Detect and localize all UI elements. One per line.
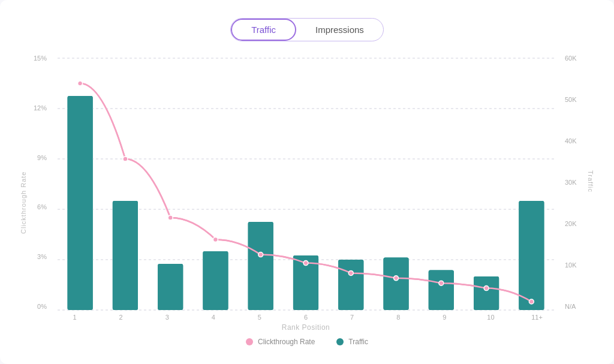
y-axis-right: 60K50K40K30K20K10KN/A xyxy=(560,52,585,332)
y-tick-right: N/A xyxy=(565,303,576,310)
bar[interactable] xyxy=(474,276,499,310)
bar[interactable] xyxy=(338,260,363,310)
ctr-dot xyxy=(348,270,353,275)
x-tick: 11+ xyxy=(514,314,560,321)
x-tick: 8 xyxy=(375,314,422,321)
legend-dot-ctr xyxy=(246,338,253,345)
chart-inner: 1234567891011+ Rank Position xyxy=(52,52,560,332)
bar[interactable] xyxy=(383,258,408,311)
y-tick-left: 3% xyxy=(37,253,47,260)
y-tick-right: 10K xyxy=(565,261,577,269)
x-tick: 2 xyxy=(98,314,144,321)
bar[interactable] xyxy=(113,201,138,310)
bar[interactable] xyxy=(158,264,183,310)
ctr-dot xyxy=(168,215,173,220)
chart-area: Clickthrough Rate 15%12%9%6%3%0% 1234567… xyxy=(18,52,596,332)
bar[interactable] xyxy=(203,251,228,310)
legend-traffic: Traffic xyxy=(336,338,368,346)
legend: Clickthrough Rate Traffic xyxy=(246,338,368,346)
x-tick: 10 xyxy=(468,314,514,321)
x-tick: 9 xyxy=(422,314,468,321)
legend-dot-traffic xyxy=(336,338,344,345)
ctr-dot xyxy=(213,237,218,242)
legend-ctr-label: Clickthrough Rate xyxy=(258,338,315,346)
y-tick-left: 6% xyxy=(37,203,47,210)
ctr-dot xyxy=(529,299,534,304)
grid-bars xyxy=(52,52,560,311)
x-axis: 1234567891011+ Rank Position xyxy=(52,311,560,332)
y-tick-right: 20K xyxy=(565,220,577,227)
y-tick-right: 30K xyxy=(565,179,577,186)
bar[interactable] xyxy=(519,201,544,310)
legend-ctr: Clickthrough Rate xyxy=(246,338,315,346)
x-tick: 7 xyxy=(329,314,375,321)
tab-group: Traffic Impressions xyxy=(230,18,384,41)
ctr-dot xyxy=(439,281,444,285)
x-tick: 6 xyxy=(282,314,329,321)
y-tick-right: 40K xyxy=(565,137,577,145)
y-tick-left: 15% xyxy=(34,55,47,62)
bar[interactable] xyxy=(248,222,273,310)
main-container: Traffic Impressions Clickthrough Rate 15… xyxy=(0,0,614,364)
x-labels: 1234567891011+ xyxy=(52,314,560,321)
ctr-dot xyxy=(258,252,263,257)
tab-impressions[interactable]: Impressions xyxy=(296,19,383,41)
ctr-dot xyxy=(123,157,128,161)
ctr-dot xyxy=(484,286,489,291)
tab-traffic[interactable]: Traffic xyxy=(231,19,296,41)
y-tick-left: 12% xyxy=(34,104,47,112)
bar[interactable] xyxy=(429,270,454,311)
y-tick-left: 0% xyxy=(37,303,47,310)
y-axis-right-label: Traffic xyxy=(585,52,596,332)
y-tick-right: 50K xyxy=(565,96,577,103)
chart-svg xyxy=(52,52,560,311)
x-tick: 4 xyxy=(190,314,236,321)
y-tick-left: 9% xyxy=(37,154,47,161)
ctr-dot xyxy=(394,276,399,281)
legend-traffic-label: Traffic xyxy=(348,338,368,346)
y-tick-right: 60K xyxy=(565,55,577,62)
x-tick: 1 xyxy=(52,314,98,321)
x-tick: 5 xyxy=(236,314,282,321)
y-axis-left-label: Clickthrough Rate xyxy=(18,52,29,332)
ctr-dot xyxy=(303,261,308,266)
ctr-dot xyxy=(78,81,83,86)
y-axis-left: 15%12%9%6%3%0% xyxy=(29,52,52,332)
bar[interactable] xyxy=(68,96,93,310)
x-axis-title: Rank Position xyxy=(282,323,330,332)
x-tick: 3 xyxy=(144,314,190,321)
